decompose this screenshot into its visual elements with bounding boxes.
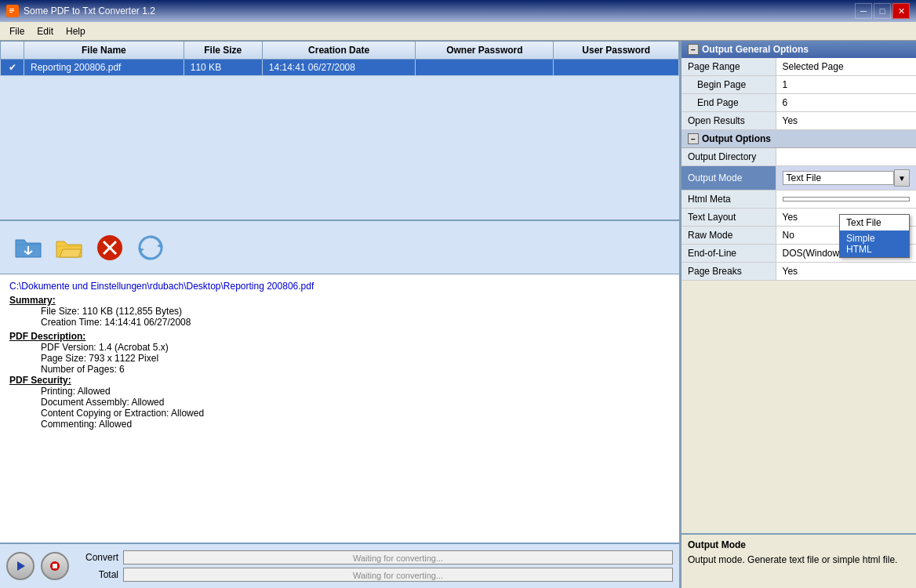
- output-options-table: Output Directory Output Mode Text File ▼…: [682, 148, 916, 281]
- stop-button[interactable]: [41, 552, 69, 580]
- col-filename: File Name: [24, 42, 184, 60]
- col-owner-pwd: Owner Password: [416, 42, 554, 60]
- app-icon: [6, 5, 19, 17]
- output-mode-arrow[interactable]: ▼: [894, 169, 910, 187]
- end-page-value[interactable]: 6: [776, 94, 916, 112]
- refresh-button[interactable]: [132, 229, 169, 267]
- col-filesize: File Size: [184, 42, 262, 60]
- menu-edit[interactable]: Edit: [31, 24, 60, 38]
- page-range-label: Page Range: [682, 58, 776, 76]
- open-results-row: Open Results Yes: [682, 112, 916, 130]
- bottom-bar: Convert Waiting for converting... Total …: [0, 543, 679, 588]
- svg-rect-1: [9, 9, 14, 9]
- raw-mode-label: Raw Mode: [682, 227, 776, 245]
- play-button[interactable]: [6, 552, 35, 580]
- output-dir-row: Output Directory: [682, 148, 916, 166]
- open-results-value[interactable]: Yes: [776, 112, 916, 130]
- general-options-table: Page Range Selected Page Begin Page 1 En…: [682, 58, 916, 130]
- status-title: Output Mode: [688, 539, 910, 550]
- file-table: File Name File Size Creation Date Owner …: [0, 41, 679, 76]
- col-date: Creation Date: [262, 42, 416, 60]
- convert-label: Convert: [75, 552, 118, 563]
- end-of-line-label: End-of-Line: [682, 245, 776, 263]
- output-mode-dropdown[interactable]: Text File ▼: [783, 169, 911, 187]
- main-container: File Name File Size Creation Date Owner …: [0, 41, 916, 588]
- minimize-button[interactable]: ─: [855, 3, 872, 19]
- html-meta-value[interactable]: Text File Simple HTML: [776, 191, 916, 209]
- summary-title: Summary:: [9, 295, 56, 306]
- dropdown-option-textfile[interactable]: Text File: [840, 215, 909, 230]
- progress-section: Convert Waiting for converting... Total …: [75, 550, 673, 582]
- output-options-header: − Output Options: [682, 130, 916, 148]
- svg-rect-3: [9, 12, 13, 13]
- html-meta-row: Html Meta Text File Simple HTML: [682, 191, 916, 209]
- page-breaks-value[interactable]: Yes: [776, 263, 916, 281]
- output-dir-label: Output Directory: [682, 148, 776, 166]
- toolbar: [0, 221, 679, 274]
- file-table-container: File Name File Size Creation Date Owner …: [0, 41, 679, 221]
- page-range-value[interactable]: Selected Page: [776, 58, 916, 76]
- pdf-version-info: PDF Version: 1.4 (Acrobat 5.x): [41, 342, 670, 353]
- svg-rect-2: [9, 10, 14, 11]
- total-progress-row: Total Waiting for converting...: [75, 568, 673, 582]
- table-row[interactable]: ✔ Reporting 200806.pdf 110 KB 14:14:41 0…: [1, 60, 679, 76]
- begin-page-value[interactable]: 1: [776, 76, 916, 94]
- total-progress-bar: Waiting for converting...: [123, 568, 673, 582]
- page-size-info: Page Size: 793 x 1122 Pixel: [41, 353, 670, 364]
- open-results-label: Open Results: [682, 112, 776, 130]
- output-mode-dropdown-popup: Text File Simple HTML: [839, 214, 910, 258]
- commenting-info: Commenting: Allowed: [41, 419, 670, 430]
- pdf-desc-title: PDF Description:: [9, 331, 85, 342]
- output-mode-current: Text File: [783, 171, 895, 185]
- end-page-label: End Page: [682, 94, 776, 112]
- row-owner-pwd: [416, 60, 554, 76]
- creation-time-info: Creation Time: 14:14:41 06/27/2008: [41, 317, 670, 328]
- row-date: 14:14:41 06/27/2008: [262, 60, 416, 76]
- end-page-row: End Page 6: [682, 94, 916, 112]
- status-text: Output mode. Generate text file or simpl…: [688, 554, 910, 567]
- close-button[interactable]: ✕: [892, 3, 910, 19]
- info-area: C:\Dokumente und Einstellungen\rdubach\D…: [0, 274, 679, 543]
- output-mode-value-cell: Text File ▼: [776, 166, 916, 191]
- dropdown-option-simplehtml[interactable]: Simple HTML: [840, 230, 909, 257]
- copying-info: Content Copying or Extraction: Allowed: [41, 408, 670, 419]
- row-filename: Reporting 200806.pdf: [24, 60, 184, 76]
- page-breaks-label: Page Breaks: [682, 263, 776, 281]
- text-layout-label: Text Layout: [682, 209, 776, 227]
- titlebar-buttons: ─ □ ✕: [855, 3, 910, 19]
- svg-marker-9: [140, 248, 144, 252]
- security-title: PDF Security:: [9, 375, 71, 386]
- svg-rect-12: [53, 564, 57, 568]
- collapse-general-btn[interactable]: −: [688, 44, 699, 55]
- output-general-title: Output General Options: [702, 44, 809, 55]
- add-files-button[interactable]: [9, 229, 47, 267]
- output-mode-label: Output Mode: [682, 166, 776, 191]
- html-meta-field[interactable]: [783, 197, 911, 201]
- remove-button[interactable]: [91, 229, 129, 267]
- col-user-pwd: User Password: [554, 42, 679, 60]
- total-label: Total: [75, 569, 118, 580]
- row-checkbox[interactable]: ✔: [1, 60, 24, 76]
- titlebar: Some PDF to Txt Converter 1.2 ─ □ ✕: [0, 0, 916, 22]
- collapse-output-btn[interactable]: −: [688, 133, 699, 144]
- file-size-info: File Size: 110 KB (112,855 Bytes): [41, 306, 670, 317]
- menu-help[interactable]: Help: [60, 24, 92, 38]
- maximize-button[interactable]: □: [874, 3, 891, 19]
- options-area: − Output General Options Page Range Sele…: [682, 41, 916, 533]
- menu-file[interactable]: File: [3, 24, 31, 38]
- output-dir-value[interactable]: [776, 148, 916, 166]
- security-section: PDF Security: Printing: Allowed Document…: [9, 375, 670, 430]
- output-general-header: − Output General Options: [682, 41, 916, 58]
- titlebar-left: Some PDF to Txt Converter 1.2: [6, 5, 155, 17]
- num-pages-info: Number of Pages: 6: [41, 364, 670, 375]
- printing-info: Printing: Allowed: [41, 386, 670, 397]
- svg-marker-10: [17, 561, 25, 571]
- convert-progress-bar: Waiting for converting...: [123, 550, 673, 564]
- app-title: Some PDF to Txt Converter 1.2: [24, 5, 155, 16]
- open-folder-button[interactable]: [50, 229, 88, 267]
- svg-marker-8: [157, 243, 162, 248]
- page-range-row: Page Range Selected Page: [682, 58, 916, 76]
- assembly-info: Document Assembly: Allowed: [41, 397, 670, 408]
- html-meta-label: Html Meta: [682, 191, 776, 209]
- total-progress-text: Waiting for converting...: [124, 568, 672, 583]
